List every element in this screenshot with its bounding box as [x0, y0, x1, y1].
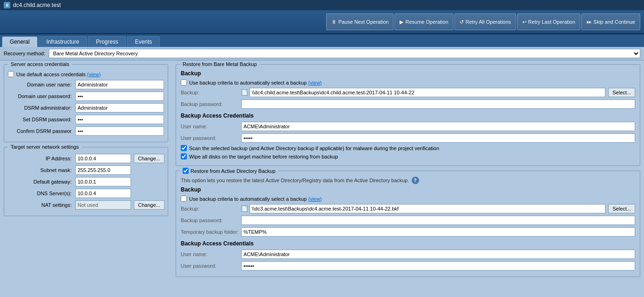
subnet-mask-input[interactable] — [75, 165, 131, 175]
default-gateway-label: Default gateway: — [8, 179, 75, 185]
scan-malware-checkbox[interactable] — [181, 145, 187, 151]
backup-access-heading-1: Backup Access Credentials — [181, 112, 635, 119]
backup-password-row-1: Backup password: — [181, 99, 635, 109]
retry-all-icon: ↺ — [460, 19, 464, 25]
pause-next-operation-button[interactable]: ⏸ Pause Next Operation — [326, 13, 394, 30]
network-settings-section: Target server network settings IP Addres… — [4, 147, 168, 216]
ad-description-label: This option lets you restore the latest … — [181, 178, 409, 183]
set-dsrm-password-input[interactable] — [75, 115, 164, 124]
user-name-label-1: User name: — [181, 124, 241, 129]
view-backup-link-2[interactable]: (view) — [308, 196, 322, 202]
server-access-section: Server access credentials Use default ac… — [4, 64, 168, 142]
title-bar: 🖥 dc4.child.acme.test — [0, 0, 644, 10]
subnet-mask-label: Subnet mask: — [8, 167, 75, 173]
domain-user-password-input[interactable] — [75, 92, 164, 101]
use-backup-criteria-row-1: Use backup criteria to automatically sel… — [181, 79, 635, 86]
tab-events[interactable]: Events — [127, 36, 160, 47]
dsrm-admin-row: DSRM administrator: — [8, 103, 164, 112]
ad-backup-path-input[interactable] — [250, 204, 605, 213]
network-settings-title: Target server network settings — [8, 143, 82, 151]
temp-folder-input[interactable] — [241, 227, 635, 237]
ad-backup-path-row: Backup: 📄 Select... — [181, 204, 635, 213]
resume-operation-button[interactable]: ▶ Resume Operation — [394, 13, 453, 30]
view-credentials-link[interactable]: (view) — [87, 72, 100, 77]
dsrm-admin-label: DSRM administrator: — [8, 105, 75, 111]
use-backup-criteria-label-2: Use backup criteria to automatically sel… — [189, 196, 307, 202]
user-password-input-1[interactable] — [241, 133, 635, 143]
ad-backup-select-button[interactable]: Select... — [608, 204, 635, 213]
dns-servers-input[interactable] — [75, 189, 131, 198]
domain-user-name-row: Domain user name: — [8, 80, 164, 89]
recovery-method-select[interactable]: Bare Metal Active Directory Recovery — [49, 49, 640, 58]
set-dsrm-password-label: Set DSRM password: — [8, 117, 75, 122]
ad-user-name-input[interactable] — [241, 250, 635, 259]
retry-all-operations-button[interactable]: ↺ Retry All Operations — [454, 13, 516, 30]
scan-malware-row: Scan the selected backup (and Active Dir… — [181, 145, 635, 151]
bare-metal-section-title: Restore from Bare Metal Backup — [183, 61, 257, 67]
ad-backup-password-input[interactable] — [241, 216, 635, 225]
nat-settings-row: NAT settings: Change... — [8, 200, 164, 210]
nat-settings-label: NAT settings: — [8, 202, 75, 208]
domain-user-password-row: Domain user password: — [8, 92, 164, 101]
backup-password-input-1[interactable] — [241, 99, 635, 109]
use-backup-criteria-checkbox-1[interactable] — [181, 79, 187, 86]
recovery-method-label: Recovery method: — [4, 51, 45, 56]
info-icon[interactable]: ? — [412, 177, 419, 184]
ip-change-button[interactable]: Change... — [134, 154, 164, 163]
use-default-credentials-label: Use default access credentials — [16, 72, 85, 77]
app-icon: 🖥 — [4, 2, 10, 8]
use-default-credentials-checkbox[interactable] — [8, 71, 14, 77]
wipe-disks-row: Wipe all disks on the target machine bef… — [181, 153, 635, 159]
retry-last-icon: ↩ — [522, 19, 526, 25]
backup-label-1: Backup: — [181, 90, 241, 95]
ad-backup-path-icon: 📄 — [241, 205, 248, 212]
ad-backup-password-label: Backup password: — [181, 218, 241, 223]
active-directory-section-title: Restore from Active Directory Backup — [191, 168, 276, 174]
temp-folder-row: Temporary backup folder: — [181, 227, 635, 237]
view-backup-link-1[interactable]: (view) — [308, 80, 322, 86]
skip-icon: ⏭ — [586, 19, 591, 25]
use-backup-criteria-label-1: Use backup criteria to automatically sel… — [189, 80, 307, 86]
restore-ad-checkbox[interactable] — [183, 168, 189, 174]
set-dsrm-password-row: Set DSRM password: — [8, 115, 164, 124]
confirm-dsrm-password-row: Confirm DSRM passwor — [8, 126, 164, 136]
dns-servers-row: DNS Server(s): — [8, 189, 164, 198]
domain-user-name-input[interactable] — [75, 80, 164, 89]
tab-general[interactable]: General — [2, 36, 38, 47]
ad-user-name-label: User name: — [181, 251, 241, 257]
default-gateway-row: Default gateway: — [8, 177, 164, 186]
tab-infrastructure[interactable]: Infrastructure — [39, 36, 87, 47]
left-panel: Server access credentials Use default ac… — [0, 60, 172, 297]
temp-folder-label: Temporary backup folder: — [181, 229, 241, 235]
backup-path-input-1[interactable] — [250, 88, 605, 97]
user-name-row-1: User name: — [181, 122, 635, 131]
ad-user-password-label: User password: — [181, 263, 241, 269]
ad-description-row: This option lets you restore the latest … — [181, 177, 635, 184]
backup-heading-1: Backup — [181, 70, 635, 77]
pause-icon: ⏸ — [331, 19, 336, 25]
skip-and-continue-button[interactable]: ⏭ Skip and Continue — [581, 13, 640, 30]
active-directory-section: Restore from Active Directory Backup Thi… — [176, 171, 640, 277]
use-backup-criteria-checkbox-2[interactable] — [181, 196, 187, 202]
domain-user-name-label: Domain user name: — [8, 82, 75, 87]
ad-user-password-input[interactable] — [241, 261, 635, 271]
nat-change-button[interactable]: Change... — [134, 200, 164, 210]
dsrm-admin-input[interactable] — [75, 103, 164, 112]
backup-password-label-1: Backup password: — [181, 101, 241, 107]
right-panel: Restore from Bare Metal Backup Backup Us… — [172, 60, 644, 297]
user-name-input-1[interactable] — [241, 122, 635, 131]
wipe-disks-checkbox[interactable] — [181, 153, 187, 159]
scan-malware-label: Scan the selected backup (and Active Dir… — [189, 145, 439, 151]
confirm-dsrm-password-input[interactable] — [75, 126, 164, 136]
backup-path-row-1: Backup: 📄 Select... — [181, 88, 635, 97]
ad-user-password-row: User password: — [181, 261, 635, 271]
window-title: dc4.child.acme.test — [13, 2, 61, 8]
tab-progress[interactable]: Progress — [88, 36, 126, 47]
ip-address-input[interactable] — [75, 154, 131, 163]
ad-access-heading: Backup Access Credentials — [181, 240, 635, 247]
retry-last-operation-button[interactable]: ↩ Retry Last Operation — [517, 13, 581, 30]
default-gateway-input[interactable] — [75, 177, 131, 186]
backup-select-button-1[interactable]: Select... — [608, 88, 635, 97]
use-default-credentials-row: Use default access credentials (view) — [8, 71, 164, 77]
main-content: Server access credentials Use default ac… — [0, 60, 644, 297]
